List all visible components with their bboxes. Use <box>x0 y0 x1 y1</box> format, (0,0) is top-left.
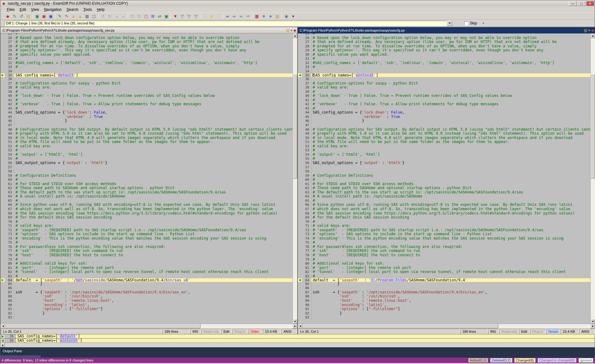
scroll-left-button[interactable] <box>1 324 5 328</box>
diff-detail-row[interactable]: 35SAS_config_names=['winlocal'] <box>0 339 595 343</box>
second-file-editor[interactable]: 25#26# Based upon the lock_down configur… <box>298 33 590 324</box>
first-file-horizontal-scrollbar[interactable] <box>1 324 297 328</box>
diff-detail-row[interactable]: 35SAS_config_names=['default'] <box>0 334 595 339</box>
second-file-horizontal-scrollbar[interactable] <box>298 324 595 328</box>
undo-icon[interactable]: ↺ <box>100 13 106 19</box>
copy-to-left-arrow-icon[interactable] <box>2 340 4 342</box>
current-diff-icon[interactable]: ■ <box>209 13 215 19</box>
copy-to-right-arrow-icon[interactable] <box>2 335 4 338</box>
copy-to-left-arrow-icon[interactable] <box>299 74 301 76</box>
copy-to-right-arrow-icon[interactable] <box>2 279 4 281</box>
go-next-file-icon[interactable]: → <box>113 13 120 19</box>
first-file-vertical-scrollbar[interactable] <box>293 33 297 324</box>
find-in-files-icon[interactable]: ∞ <box>231 13 237 19</box>
chevron-down-icon[interactable]: ▾ <box>588 29 590 32</box>
options-dropdown-icon[interactable]: ▾ <box>290 13 296 19</box>
save-first-file-icon[interactable]: ▣ <box>34 13 40 19</box>
scroll-up-button[interactable] <box>293 33 297 38</box>
diffbar-grip[interactable] <box>1 21 3 25</box>
scroll-thumb[interactable] <box>5 324 201 328</box>
next-diff-icon[interactable]: ↓ <box>215 13 222 19</box>
copy-block-right-icon[interactable]: ▲ <box>77 13 83 19</box>
redo-icon[interactable]: ↻ <box>107 13 113 19</box>
first-file-path-header[interactable]: C:\Program Files\Python\Python37\Lib\sit… <box>1 27 297 33</box>
menu-edit[interactable]: Edit <box>17 7 29 12</box>
maximize-button[interactable]: □ <box>577 1 585 6</box>
current-diff-combobox[interactable]: Diff 1: Change 1 line (35, first file) t… <box>4 21 447 26</box>
show-second-pane-icon[interactable]: □ <box>136 13 142 19</box>
first-file-editor[interactable]: 25#26# Based upon the lock_down configur… <box>1 33 293 324</box>
skip-checkbox[interactable] <box>464 21 468 25</box>
detail-pane-horizontal-scrollbar[interactable] <box>0 343 595 347</box>
prev-diff-icon[interactable]: ↑ <box>202 13 208 19</box>
diff-combo-dropdown-button[interactable] <box>447 21 452 26</box>
toolbar-overflow-chevron-icon[interactable]: ▾ <box>483 22 484 25</box>
scroll-left-button[interactable] <box>298 324 302 328</box>
close-button[interactable]: × <box>586 1 594 6</box>
recompare-swapped-icon[interactable]: ↺ <box>18 13 24 19</box>
show-options-check-icon[interactable]: ▣ <box>163 13 170 19</box>
scroll-right-button[interactable] <box>293 324 297 328</box>
second-file-vertical-scrollbar[interactable] <box>590 33 595 324</box>
scroll-track[interactable] <box>591 38 595 319</box>
menubar-grip[interactable] <box>1 7 3 11</box>
minimize-button[interactable]: — <box>569 1 577 6</box>
filter-all-funnel-icon[interactable]: ▼ <box>172 13 178 19</box>
scroll-thumb[interactable] <box>591 74 595 179</box>
code-text: # <box>311 90 590 94</box>
scroll-left-button[interactable] <box>0 343 5 347</box>
snapshot-icon[interactable]: ▨ <box>274 13 280 19</box>
chevron-down-icon[interactable]: ▾ <box>291 29 292 32</box>
edit-first-file-icon[interactable]: ✎ <box>57 13 63 19</box>
menu-files[interactable]: Files <box>4 7 17 12</box>
scroll-right-button[interactable] <box>590 324 595 328</box>
save-file-icon[interactable]: ▤ <box>286 28 289 32</box>
save-file-icon[interactable]: ▤ <box>584 28 587 32</box>
menu-view[interactable]: View <box>29 7 42 12</box>
show-first-pane-icon[interactable]: □ <box>129 13 135 19</box>
filter-left-funnel-icon[interactable]: ▽ <box>186 13 192 19</box>
scroll-down-button[interactable] <box>293 319 297 324</box>
compare-files-icon[interactable]: ◆ <box>5 13 11 19</box>
copy-to-right-arrow-icon[interactable] <box>2 74 4 76</box>
scroll-down-button[interactable] <box>591 319 595 324</box>
compare-logo-icon[interactable]: ◆ <box>293 28 296 32</box>
print-preview-icon[interactable]: ◫ <box>91 13 97 19</box>
find-icon[interactable]: ∞ <box>224 13 231 19</box>
menu-tools[interactable]: Tools <box>81 7 95 12</box>
compare-logo-icon[interactable]: ◆ <box>591 28 594 32</box>
scroll-track[interactable] <box>5 324 293 328</box>
copy-to-left-arrow-icon[interactable] <box>299 279 301 281</box>
sync-scroll-icon[interactable]: ⇄ <box>156 13 163 19</box>
save-second-file-icon[interactable]: ▣ <box>41 13 47 19</box>
open-files-icon[interactable]: ▤ <box>25 13 31 19</box>
menu-help[interactable]: Help <box>95 7 107 12</box>
menu-navigation[interactable]: Navigation <box>42 7 64 12</box>
statistics-icon[interactable]: ▦ <box>254 13 260 19</box>
toolbar-grip[interactable] <box>1 14 3 18</box>
split-vertical-icon[interactable]: ◫ <box>143 13 149 19</box>
scroll-track[interactable] <box>302 324 590 328</box>
second-file-path-header[interactable]: C:\Program Files\Python\Python37\Lib\sit… <box>298 27 595 33</box>
print-icon[interactable]: ▦ <box>84 13 90 19</box>
edit-second-file-icon[interactable]: ✎ <box>64 13 70 19</box>
find-refresh-icon[interactable]: ∞ <box>238 13 244 19</box>
scroll-thumb[interactable] <box>293 74 297 179</box>
go-prev-file-icon[interactable]: ← <box>120 13 126 19</box>
filter-right-funnel-icon[interactable]: ▽ <box>193 13 199 19</box>
filter-diffs-funnel-icon[interactable]: ▽ <box>179 13 185 19</box>
menu-search[interactable]: Search <box>64 7 81 12</box>
options-gear-icon[interactable]: ◉ <box>283 13 289 19</box>
scroll-track[interactable] <box>293 38 297 319</box>
match-word-icon[interactable]: ab <box>245 13 251 19</box>
scroll-up-button[interactable] <box>591 33 595 38</box>
line-inspector-icon[interactable]: ≡ <box>261 13 267 19</box>
scroll-thumb[interactable] <box>302 324 498 328</box>
save-both-files-icon[interactable]: ▣ <box>48 13 54 19</box>
copy-block-left-icon[interactable]: ▲ <box>70 13 77 19</box>
plugins-icon[interactable]: ∗ <box>267 13 274 19</box>
code-segment: # valid keys are: <box>313 224 351 228</box>
output-pane-tab[interactable] <box>0 355 41 358</box>
split-horizontal-icon[interactable]: ⊞ <box>150 13 156 19</box>
recompare-icon[interactable]: ↻ <box>11 13 18 19</box>
